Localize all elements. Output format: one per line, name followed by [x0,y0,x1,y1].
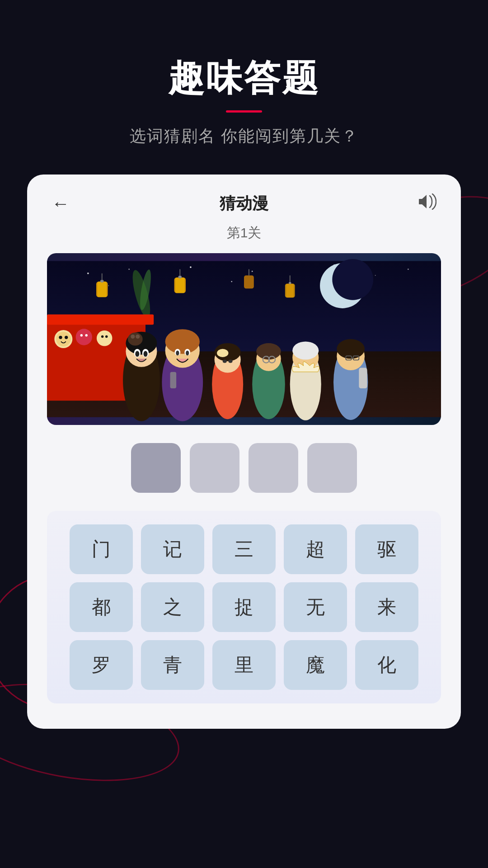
svg-point-8 [108,285,109,286]
svg-point-7 [408,269,409,270]
svg-point-53 [165,329,200,354]
svg-rect-24 [289,282,291,284]
svg-point-40 [105,335,108,338]
svg-point-37 [85,334,87,336]
level-label: 第1关 [47,224,441,242]
svg-point-38 [97,330,113,346]
svg-rect-20 [178,276,182,278]
answer-box-3[interactable] [249,443,298,493]
svg-point-1 [87,273,89,274]
svg-point-50 [143,351,147,357]
char-btn-里[interactable]: 里 [212,640,276,690]
page-title: 趣味答题 [0,54,488,103]
char-row-1: 门 记 三 超 驱 [52,524,436,574]
svg-rect-58 [170,372,177,388]
svg-point-6 [375,275,376,276]
svg-rect-26 [244,275,254,288]
anime-image [47,253,441,425]
svg-point-34 [65,336,68,339]
svg-point-63 [223,359,227,363]
title-section: 趣味答题 选词猜剧名 你能闯到第几关？ [0,0,488,147]
svg-point-48 [135,351,139,357]
answer-box-4[interactable] [307,443,357,493]
game-card: ← 猜动漫 第1关 [27,175,461,729]
svg-point-64 [228,359,232,363]
keyboard-area: 门 记 三 超 驱 都 之 捉 无 来 罗 青 里 魔 化 [47,511,441,703]
svg-point-57 [186,350,189,355]
char-btn-魔[interactable]: 魔 [284,640,347,690]
svg-rect-23 [286,283,294,297]
char-btn-都[interactable]: 都 [70,582,133,632]
svg-point-39 [101,335,103,338]
svg-point-44 [128,332,143,345]
char-btn-无[interactable]: 无 [284,582,347,632]
card-title: 猜动漫 [220,193,268,215]
svg-point-33 [59,336,62,339]
title-underline [226,110,262,113]
svg-point-36 [80,334,83,336]
card-header: ← 猜动漫 [47,193,441,215]
answer-boxes [47,443,441,493]
svg-rect-30 [47,315,154,325]
char-row-3: 罗 青 里 魔 化 [52,640,436,690]
svg-point-3 [190,266,192,268]
svg-point-73 [292,341,319,359]
page-subtitle: 选词猜剧名 你能闯到第几关？ [0,125,488,147]
back-button[interactable]: ← [47,193,74,214]
svg-point-45 [131,335,135,339]
char-btn-超[interactable]: 超 [284,524,347,574]
svg-rect-19 [175,278,184,293]
answer-box-1[interactable] [131,443,181,493]
sound-button[interactable] [414,193,441,214]
svg-point-35 [76,329,92,345]
char-btn-之[interactable]: 之 [141,582,204,632]
svg-point-9 [231,281,232,282]
char-btn-驱[interactable]: 驱 [355,524,418,574]
svg-point-55 [176,350,179,355]
svg-point-2 [128,269,130,270]
char-btn-青[interactable]: 青 [141,640,204,690]
char-btn-记[interactable]: 记 [141,524,204,574]
svg-point-13 [332,259,373,300]
svg-point-46 [136,335,140,339]
answer-box-2[interactable] [190,443,239,493]
char-btn-罗[interactable]: 罗 [70,640,133,690]
char-btn-化[interactable]: 化 [355,640,418,690]
svg-point-4 [252,271,253,272]
svg-rect-15 [98,282,107,297]
char-btn-三[interactable]: 三 [212,524,276,574]
svg-point-62 [217,349,228,357]
char-btn-来[interactable]: 来 [355,582,418,632]
char-btn-门[interactable]: 门 [70,524,133,574]
svg-rect-80 [359,368,367,388]
svg-point-32 [56,332,71,347]
svg-rect-16 [100,280,103,282]
char-btn-捉[interactable]: 捉 [212,582,276,632]
char-row-2: 都 之 捉 无 来 [52,582,436,632]
